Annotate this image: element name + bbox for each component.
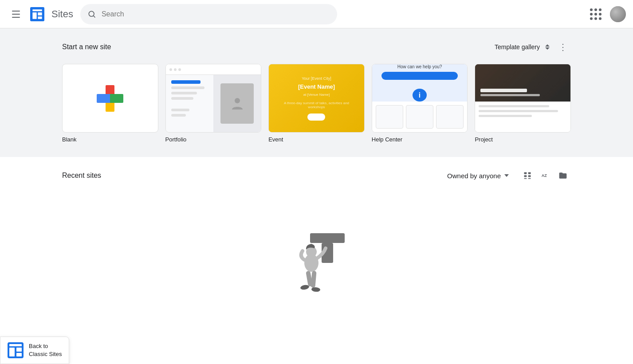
template-item-blank[interactable]: Blank xyxy=(62,64,158,143)
template-thumbnail-event: Your [Event City] [Event Name] at [Venue… xyxy=(268,64,365,133)
search-bar[interactable] xyxy=(80,4,337,24)
template-name-project: Project xyxy=(475,136,571,143)
template-name-portfolio: Portfolio xyxy=(165,136,262,143)
back-line2: Classic Sites xyxy=(29,350,62,358)
template-item-portfolio[interactable]: Portfolio xyxy=(165,64,262,143)
svg-line-6 xyxy=(94,16,95,17)
svg-rect-20 xyxy=(311,271,316,288)
more-options-button[interactable]: ⋮ xyxy=(555,39,571,55)
svg-point-7 xyxy=(235,98,240,103)
svg-rect-25 xyxy=(9,348,15,356)
svg-rect-11 xyxy=(528,175,531,177)
chevron-down-icon xyxy=(504,174,509,177)
back-line1: Back to xyxy=(29,342,62,350)
template-name-helpcenter: Help Center xyxy=(372,136,468,143)
recent-sites-title: Recent sites xyxy=(62,172,101,180)
template-item-event[interactable]: Your [Event City] [Event Name] at [Venue… xyxy=(268,64,365,143)
svg-rect-1 xyxy=(32,9,42,11)
hamburger-icon xyxy=(12,11,20,18)
svg-rect-8 xyxy=(524,172,527,174)
google-apps-button[interactable] xyxy=(587,5,605,23)
grid-icon xyxy=(590,8,602,20)
sites-logo-icon xyxy=(30,7,44,21)
avatar-image xyxy=(610,6,626,22)
owned-by-label: Owned by anyone xyxy=(447,172,501,180)
template-gallery-button[interactable]: Template gallery xyxy=(491,42,553,52)
svg-point-5 xyxy=(89,11,94,16)
svg-rect-15 xyxy=(310,233,345,243)
back-to-classic-text: Back to Classic Sites xyxy=(29,342,62,358)
owned-by-dropdown[interactable]: Owned by anyone xyxy=(442,168,514,183)
template-gallery-label: Template gallery xyxy=(495,43,540,51)
recent-controls: Owned by anyone xyxy=(442,168,571,184)
account-avatar[interactable] xyxy=(610,6,626,22)
view-icons-group: AZ xyxy=(519,168,571,184)
sort-az-button[interactable]: AZ xyxy=(537,168,553,184)
header: Sites xyxy=(0,0,633,28)
svg-rect-9 xyxy=(528,172,531,174)
folder-icon xyxy=(558,171,567,180)
template-thumbnail-portfolio xyxy=(165,64,262,133)
start-new-label: Start a new site xyxy=(62,43,111,51)
svg-rect-26 xyxy=(16,348,22,352)
plus-icon xyxy=(97,85,123,112)
menu-icon-button[interactable] xyxy=(7,5,25,23)
template-thumbnail-helpcenter: How can we help you? i xyxy=(372,64,468,133)
more-dots-icon: ⋮ xyxy=(558,43,567,51)
svg-rect-13 xyxy=(528,178,531,179)
folder-view-button[interactable] xyxy=(555,168,571,184)
sort-az-icon: AZ xyxy=(541,171,550,180)
templates-grid: Blank xyxy=(62,64,571,143)
svg-point-21 xyxy=(300,284,309,290)
template-item-project[interactable]: Project xyxy=(475,64,571,143)
template-name-blank: Blank xyxy=(62,136,158,143)
app-icon xyxy=(28,5,46,23)
template-name-event: Event xyxy=(268,136,365,143)
empty-state xyxy=(62,194,571,318)
template-thumbnail-project xyxy=(475,64,571,133)
svg-rect-10 xyxy=(524,175,527,177)
empty-state-illustration xyxy=(277,212,357,301)
svg-rect-24 xyxy=(9,344,22,346)
classic-sites-icon xyxy=(8,342,24,358)
grid-view-button[interactable] xyxy=(519,168,535,184)
svg-text:AZ: AZ xyxy=(542,173,547,178)
sort-chevrons-icon xyxy=(545,44,550,50)
search-icon xyxy=(87,10,96,19)
template-item-helpcenter[interactable]: How can we help you? i xyxy=(372,64,468,143)
template-thumbnail-blank xyxy=(62,64,158,133)
search-input[interactable] xyxy=(102,10,330,18)
svg-rect-2 xyxy=(32,12,36,19)
svg-rect-27 xyxy=(16,353,22,356)
recent-section: Recent sites Owned by anyone xyxy=(0,157,633,364)
templates-section: Start a new site Template gallery ⋮ xyxy=(0,28,633,157)
back-to-classic-button[interactable]: Back to Classic Sites xyxy=(0,337,69,364)
app-name-label: Sites xyxy=(51,8,73,20)
svg-rect-0 xyxy=(30,7,44,21)
svg-rect-12 xyxy=(524,178,527,179)
main-content: Start a new site Template gallery ⋮ xyxy=(0,28,633,364)
svg-rect-3 xyxy=(38,12,42,16)
svg-rect-4 xyxy=(38,16,42,19)
svg-point-22 xyxy=(311,287,320,292)
grid-view-icon xyxy=(523,171,532,180)
templates-header: Start a new site Template gallery ⋮ xyxy=(62,39,571,55)
recent-header: Recent sites Owned by anyone xyxy=(62,168,571,184)
